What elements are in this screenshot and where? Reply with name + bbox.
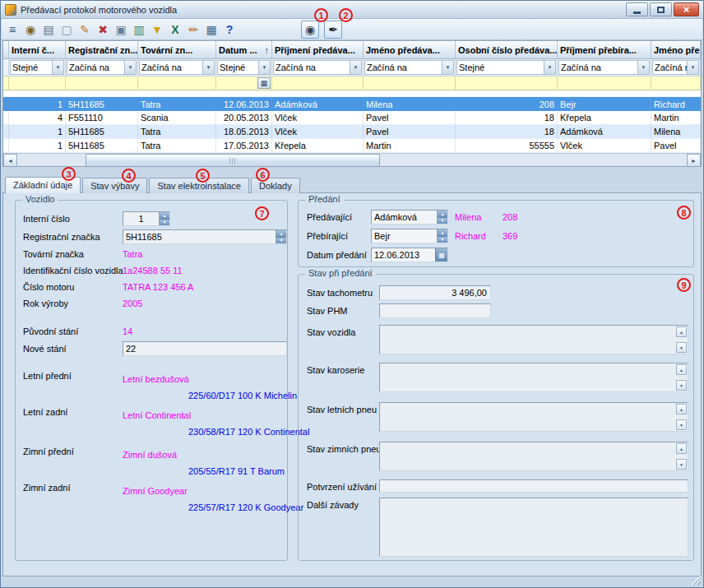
dropdown-arrow-icon[interactable]: ▼ [442, 61, 453, 74]
interni-cislo-spinner[interactable]: 1▲▼ [123, 211, 170, 226]
excel-export-icon[interactable]: X [166, 21, 184, 39]
stav-zimnich-pneu-textarea[interactable]: ▲▼ [379, 442, 688, 471]
scroll-up-icon[interactable]: ▲ [676, 364, 687, 375]
registracni-znacka-input[interactable]: 5H11685▲▼ [123, 229, 287, 244]
filter-value-input-prijmeni-predava[interactable] [272, 76, 364, 90]
title-bar[interactable]: Předávací protokol motorového vozidla × [1, 1, 703, 19]
photo-icon[interactable]: ◉ [301, 21, 319, 39]
dropdown-arrow-icon[interactable]: ▼ [350, 61, 361, 74]
prebirajici-combo[interactable]: Bejr▲▼ [371, 229, 448, 243]
stav-letnich-pneu-textarea[interactable]: ▲▼ [379, 402, 688, 432]
filter-operator-combo[interactable]: Začíná na▼ [67, 60, 137, 75]
table-row-2[interactable]: 4F551110Scania20.05.2013VlčekPavel18Křep… [3, 111, 701, 125]
filter-operator-combo[interactable]: Začíná na▼ [652, 60, 699, 75]
stav-vozidla-textarea[interactable]: ▲▼ [379, 325, 688, 354]
help-icon[interactable]: ? [220, 21, 239, 39]
column-header-prijmeni-predava[interactable]: Příjmení předáva... [272, 41, 364, 59]
minimize-button[interactable] [626, 2, 648, 16]
filter-value-input-jmeno-prebira[interactable] [651, 76, 701, 90]
dropdown-arrow-icon[interactable]: ▼ [687, 61, 698, 74]
spin-up-icon[interactable]: ▲ [438, 211, 447, 218]
column-header-datum[interactable]: Datum ...↑ [216, 41, 272, 59]
column-header-registracni-zn[interactable]: Registrační zn... [66, 41, 138, 59]
tab-stav-vybavy[interactable]: Stav výbavy [82, 178, 147, 193]
filter-value-input-datum[interactable]: ▦ [216, 76, 272, 90]
preview-icon[interactable]: ◉ [21, 21, 39, 39]
filter-value-input-registracni-zn[interactable] [66, 76, 138, 90]
print-icon[interactable]: ▤ [39, 21, 58, 39]
calendar-icon[interactable]: ▦ [202, 21, 220, 39]
new-record-icon[interactable]: ▢ [58, 21, 76, 39]
filter-operator-combo[interactable]: Začíná na▼ [364, 60, 454, 75]
table-row-3[interactable]: 15H11685Tatra18.05.2013VlčekPavel18Adámk… [3, 125, 701, 139]
table-row-1[interactable]: 15H11685Tatra12.06.2013AdámkováMilena208… [3, 97, 701, 111]
notes-icon[interactable]: ✏ [184, 21, 202, 39]
spinner-buttons[interactable]: ▲▼ [159, 212, 169, 225]
potvrzeni-uzivani-input[interactable] [379, 479, 688, 493]
filter-icon[interactable]: ▼ [148, 21, 166, 39]
report-list-icon[interactable]: ≡ [3, 21, 21, 39]
column-header-jmeno-predava[interactable]: Jméno předáva... [364, 41, 456, 59]
spin-up-icon[interactable]: ▲ [438, 229, 447, 237]
columns-icon[interactable]: ▥ [130, 21, 148, 39]
dropdown-arrow-icon[interactable]: ▼ [52, 61, 63, 74]
stav-phm-input[interactable] [379, 303, 491, 318]
filter-operator-combo[interactable]: Začíná na▼ [139, 60, 215, 75]
tab-zakladni-udaje[interactable]: Základní údaje [5, 177, 81, 193]
filter-value-input-tovarni-zn[interactable] [138, 76, 216, 90]
scroll-down-icon[interactable]: ▼ [676, 380, 687, 391]
signature-icon[interactable]: ✒ [324, 21, 342, 39]
horizontal-scrollbar[interactable]: ◄ ► [3, 153, 701, 167]
dropdown-arrow-icon[interactable]: ▼ [544, 61, 555, 74]
filter-operator-combo[interactable]: Stejné▼ [456, 60, 556, 75]
close-button[interactable]: × [674, 2, 699, 16]
nove-stani-input[interactable]: 22 [123, 341, 287, 356]
filter-value-input-jmeno-predava[interactable] [364, 76, 456, 90]
stav-tachometru-input[interactable]: 3 496,00 [379, 285, 491, 300]
edit-record-icon[interactable]: ✎ [76, 21, 94, 39]
scroll-down-icon[interactable]: ▼ [676, 459, 687, 470]
spin-down-icon[interactable]: ▼ [438, 218, 447, 225]
dropdown-arrow-icon[interactable]: ▼ [124, 61, 136, 74]
scroll-up-icon[interactable]: ▲ [676, 404, 687, 414]
scroll-down-icon[interactable]: ▼ [676, 419, 687, 430]
spin-down-icon[interactable]: ▼ [438, 237, 447, 243]
scrollbar-thumb[interactable] [86, 154, 380, 167]
scroll-right-arrow-icon[interactable]: ► [687, 154, 701, 167]
tab-doklady[interactable]: Doklady [251, 178, 300, 193]
filter-operator-combo[interactable]: Stejné▼ [10, 60, 64, 75]
spin-up-icon[interactable]: ▲ [276, 230, 286, 238]
filter-operator-combo[interactable]: Začíná na▼ [558, 60, 650, 75]
stav-karoserie-textarea[interactable]: ▲▼ [379, 363, 688, 392]
combo-buttons[interactable]: ▲▼ [437, 229, 447, 243]
scroll-left-arrow-icon[interactable]: ◄ [3, 154, 17, 167]
maximize-button[interactable] [650, 2, 672, 16]
dalsi-zavady-textarea[interactable] [379, 498, 688, 557]
predavajici-combo[interactable]: Adámková▲▼ [371, 210, 448, 225]
table-row-4[interactable]: 15H11685Tatra17.05.2013KřepelaMartin5555… [3, 139, 701, 153]
combo-buttons[interactable]: ▲▼ [437, 211, 447, 224]
column-header-jmeno-prebira[interactable]: Jméno přebíra... [651, 41, 701, 59]
column-header-osobni-cislo-predava[interactable]: Osobní číslo předáva... [456, 41, 558, 59]
spin-up-icon[interactable]: ▲ [160, 212, 169, 220]
column-header-tovarni-zn[interactable]: Tovární zn... [138, 41, 216, 59]
dropdown-arrow-icon[interactable]: ▼ [258, 61, 270, 74]
dropdown-arrow-icon[interactable]: ▼ [202, 61, 214, 74]
dropdown-arrow-icon[interactable]: ▼ [637, 61, 649, 74]
date-picker-icon[interactable]: ▦ [435, 248, 447, 262]
column-header-prijmeni-prebira[interactable]: Příjmení přebíra... [558, 41, 651, 59]
spinner-buttons[interactable]: ▲▼ [276, 230, 286, 243]
copy-record-icon[interactable]: ▣ [112, 21, 130, 39]
filter-value-input-osobni-cislo-predava[interactable] [456, 76, 558, 90]
spin-down-icon[interactable]: ▼ [160, 220, 169, 226]
filter-value-input-interni-c[interactable] [9, 76, 66, 90]
delete-record-icon[interactable]: ✖ [94, 21, 112, 39]
filter-value-input-prijmeni-prebira[interactable] [558, 76, 651, 90]
datum-predani-date-field[interactable]: 12.06.2013▦ [371, 248, 448, 262]
filter-operator-combo[interactable]: Začíná na▼ [273, 60, 362, 75]
tab-stav-elektroinstalace[interactable]: Stav elektroinstalace [149, 178, 249, 193]
filter-operator-combo[interactable]: Stejné▼ [217, 60, 271, 75]
spin-down-icon[interactable]: ▼ [276, 238, 286, 244]
scroll-up-icon[interactable]: ▲ [676, 326, 687, 337]
column-header-interni-c[interactable]: Interní č... [9, 41, 66, 59]
